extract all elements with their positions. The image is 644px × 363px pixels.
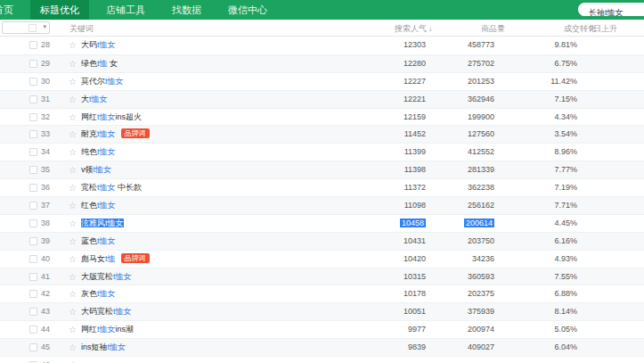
row-number: 41 <box>41 268 50 286</box>
row-checkbox[interactable] <box>29 273 37 281</box>
keyword-link[interactable]: 莫代尔t恤女 <box>81 73 124 91</box>
row-number: 28 <box>41 37 50 54</box>
keyword-link[interactable]: 红色t恤女 <box>81 197 116 215</box>
row-checkbox[interactable] <box>29 60 37 68</box>
star-favorite-icon[interactable]: ☆ <box>69 233 77 251</box>
conversion-value: 11.42% <box>524 73 577 91</box>
product-count-value: 360593 <box>432 268 494 286</box>
star-favorite-icon[interactable]: ☆ <box>69 126 77 144</box>
row-checkbox[interactable] <box>29 308 37 316</box>
row-number: 44 <box>41 321 50 339</box>
table-row: 33☆耐克t恤女品牌词114521275603.54% <box>0 125 644 143</box>
star-favorite-icon[interactable]: ☆ <box>69 144 77 161</box>
star-favorite-icon[interactable]: ☆ <box>69 197 77 215</box>
popularity-value: 10431 <box>372 233 426 251</box>
star-favorite-icon[interactable]: ☆ <box>69 37 77 54</box>
popularity-value: 9977 <box>372 321 426 339</box>
row-checkbox[interactable] <box>29 237 37 245</box>
table-row: 37☆红色t恤女110982561627.71% <box>0 196 644 214</box>
row-checkbox[interactable] <box>29 343 37 351</box>
row-checkbox[interactable] <box>29 184 37 192</box>
keyword-link[interactable]: 泫雅风t恤女 <box>81 215 124 233</box>
row-checkbox[interactable] <box>29 166 37 174</box>
keyword-link[interactable]: 纯色t恤女 <box>81 144 116 161</box>
star-favorite-icon[interactable]: ☆ <box>69 109 77 127</box>
star-favorite-icon[interactable]: ☆ <box>69 285 77 303</box>
table-row: 31☆大t恤女122213629467.15% <box>0 90 644 108</box>
row-checkbox[interactable] <box>29 78 37 86</box>
row-number: 42 <box>41 285 50 303</box>
star-favorite-icon[interactable]: ☆ <box>69 303 77 321</box>
conversion-value: 4.45% <box>524 215 577 233</box>
nav-tab-wechat-center[interactable]: 微信中心 <box>218 0 277 20</box>
conversion-value: 7.77% <box>524 161 577 179</box>
row-number: 37 <box>41 197 50 215</box>
keyword-link[interactable]: 大版宽松t恤女 <box>81 268 132 286</box>
table-row: 45☆ins短袖t恤女98394090276.04% <box>0 338 644 356</box>
row-checkbox[interactable] <box>29 255 37 263</box>
row-checkbox[interactable] <box>29 95 37 103</box>
conversion-value: 7.71% <box>524 197 577 215</box>
keyword-link[interactable]: 蓝色t恤女 <box>81 233 116 251</box>
keyword-link[interactable]: 宽松t恤女 中长款 <box>81 179 142 197</box>
row-checkbox[interactable] <box>29 326 37 334</box>
table-row: 32☆网红t恤女ins超火121591999004.34% <box>0 108 644 126</box>
keyword-link[interactable]: 彪马女t恤品牌词 <box>81 251 150 268</box>
nav-tab-home[interactable]: 首页 <box>0 0 23 20</box>
keyword-link[interactable]: ins短袖t恤女 <box>81 339 126 357</box>
keyword-link[interactable]: 大t恤女 <box>81 91 108 109</box>
nav-tab-find-data[interactable]: 找数据 <box>162 0 211 20</box>
keyword-search-input[interactable] <box>578 6 644 16</box>
row-number: 40 <box>41 251 50 268</box>
row-number: 29 <box>41 55 50 73</box>
column-header-rise-7d[interactable]: 7日上升 <box>589 23 617 35</box>
keyword-link[interactable]: 大码t恤女 <box>81 37 116 54</box>
row-checkbox[interactable] <box>29 41 37 49</box>
table-row: 43☆大码宽松t恤女100513759398.14% <box>0 302 644 320</box>
product-count-value: 203750 <box>432 233 494 251</box>
keyword-link[interactable]: 网红t恤女ins超火 <box>81 109 142 127</box>
product-count-value: 201253 <box>432 73 494 91</box>
star-favorite-icon[interactable]: ☆ <box>69 251 77 268</box>
table-row: 34☆纯色t恤女113994125528.96% <box>0 143 644 161</box>
star-favorite-icon[interactable]: ☆ <box>69 179 77 197</box>
column-header-products: 商品量 <box>481 23 505 35</box>
nav-tab-shop-tools[interactable]: 店铺工具 <box>96 0 155 20</box>
row-checkbox[interactable] <box>29 113 37 121</box>
column-header-popularity[interactable]: 搜索人气↓ <box>395 23 432 35</box>
keyword-link[interactable]: 大码宽松t恤女 <box>81 303 132 321</box>
keyword-link[interactable]: 网红t恤女ins潮 <box>81 321 134 339</box>
row-checkbox[interactable] <box>29 148 37 156</box>
star-favorite-icon[interactable]: ☆ <box>69 268 77 286</box>
popularity-value: 10315 <box>372 268 426 286</box>
star-favorite-icon[interactable]: ☆ <box>69 91 77 109</box>
keyword-link[interactable]: 灰色t恤女 <box>81 285 116 303</box>
conversion-value: 7.55% <box>524 268 577 286</box>
row-checkbox[interactable] <box>29 202 37 210</box>
popularity-value: 11398 <box>372 161 426 179</box>
column-header-keyword: 关键词 <box>69 23 94 35</box>
star-favorite-icon[interactable]: ☆ <box>69 321 77 339</box>
sort-descending-icon[interactable]: ↓ <box>428 25 432 33</box>
keyword-link[interactable]: v领t恤女 <box>81 161 111 179</box>
conversion-value: 3.54% <box>524 126 577 144</box>
nav-tab-title-optimization[interactable]: 标题优化 <box>30 0 89 20</box>
star-favorite-icon[interactable]: ☆ <box>69 73 77 91</box>
star-favorite-icon[interactable]: ☆ <box>69 215 77 233</box>
popularity-value: 12280 <box>372 55 426 73</box>
product-count-value: 199900 <box>432 109 494 127</box>
keyword-link[interactable]: 耐克t恤女品牌词 <box>81 126 150 144</box>
product-count-value: 202375 <box>432 285 494 303</box>
row-checkbox[interactable] <box>29 130 37 138</box>
row-checkbox[interactable] <box>29 290 37 298</box>
page-select-dropdown[interactable]: ▾ <box>2 21 50 34</box>
star-favorite-icon[interactable]: ☆ <box>69 161 77 179</box>
popularity-value: 11098 <box>372 197 426 215</box>
star-favorite-icon[interactable]: ☆ <box>69 339 77 357</box>
star-favorite-icon[interactable]: ☆ <box>69 357 77 363</box>
row-number: 36 <box>41 179 50 197</box>
product-count-value: 409027 <box>432 339 494 357</box>
star-favorite-icon[interactable]: ☆ <box>69 55 77 73</box>
row-checkbox[interactable] <box>29 219 37 227</box>
keyword-link[interactable]: 绿色t恤 女 <box>81 55 118 73</box>
